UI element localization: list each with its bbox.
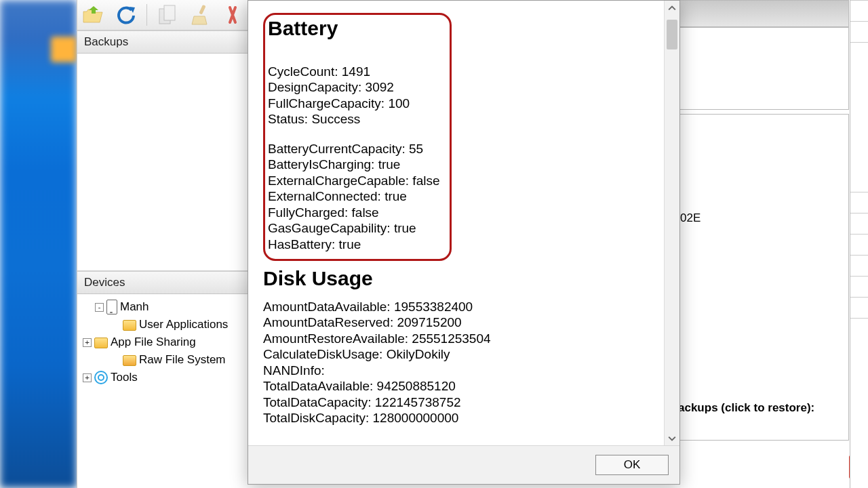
info-row: CycleCount: 1491 bbox=[268, 64, 443, 80]
info-row: GasGaugeCapability: true bbox=[268, 220, 443, 237]
device-label: Manh bbox=[120, 298, 149, 316]
delete-icon bbox=[228, 5, 237, 25]
scroll-down-button[interactable] bbox=[665, 431, 679, 446]
info-row: Status: Success bbox=[268, 111, 443, 127]
app-left-column: Backups Devices - Manh User Applications… bbox=[77, 0, 248, 488]
disk-heading: Disk Usage bbox=[263, 270, 652, 287]
scroll-up-button[interactable] bbox=[665, 1, 679, 16]
open-folder-button[interactable] bbox=[81, 3, 104, 26]
device-info-dialog: × Battery CycleCount: 1491DesignCapacity… bbox=[248, 0, 680, 485]
background-window: 02E ackups (click to restore): bbox=[678, 0, 854, 488]
backups-header: Backups bbox=[77, 30, 248, 54]
expand-icon[interactable]: + bbox=[83, 338, 92, 347]
folder-icon bbox=[94, 338, 108, 348]
info-row: TotalDiskCapacity: 128000000000 bbox=[263, 410, 652, 426]
collapse-icon[interactable]: - bbox=[95, 303, 104, 312]
info-row: FullChargeCapacity: 100 bbox=[268, 96, 443, 112]
info-row: AmountDataAvailable: 19553382400 bbox=[263, 299, 652, 315]
tree-label: User Applications bbox=[139, 316, 228, 333]
info-row: AmountDataReserved: 209715200 bbox=[263, 314, 652, 331]
phone-icon bbox=[106, 300, 117, 314]
dialog-footer: OK bbox=[248, 445, 679, 484]
vertical-scrollbar[interactable] bbox=[664, 1, 679, 446]
serial-fragment: 02E bbox=[680, 211, 701, 225]
tree-node-tools[interactable]: + Tools bbox=[71, 369, 245, 386]
svg-rect-1 bbox=[164, 5, 175, 20]
tree-node-user-apps[interactable]: User Applications bbox=[83, 316, 245, 333]
ok-button[interactable]: OK bbox=[595, 455, 669, 475]
info-row: ExternalConnected: true bbox=[268, 188, 443, 205]
tree-label: Tools bbox=[111, 369, 138, 386]
info-row: BatteryCurrentCapacity: 55 bbox=[268, 141, 443, 157]
folder-icon bbox=[123, 320, 136, 331]
tree-node-app-file-sharing[interactable]: + App File Sharing bbox=[71, 333, 245, 351]
devices-panel: - Manh User Applications + App File Shar… bbox=[77, 294, 248, 488]
refresh-button[interactable] bbox=[114, 3, 137, 26]
folder-icon bbox=[123, 355, 136, 366]
background-window-2 bbox=[850, 0, 868, 488]
info-row: FullyCharged: false bbox=[268, 205, 443, 221]
brush-icon bbox=[190, 4, 210, 26]
delete-button[interactable] bbox=[221, 3, 244, 26]
backups-panel bbox=[77, 54, 248, 271]
backups-hint: ackups (click to restore): bbox=[678, 401, 814, 415]
scrollbar-thumb[interactable] bbox=[667, 20, 677, 49]
dialog-content: Battery CycleCount: 1491DesignCapacity: … bbox=[248, 1, 665, 446]
info-row: BatteryIsCharging: true bbox=[268, 157, 443, 173]
tree-label: Raw File System bbox=[139, 351, 226, 369]
info-row: TotalDataAvailable: 94250885120 bbox=[263, 378, 652, 394]
info-row: ExternalChargeCapable: false bbox=[268, 173, 443, 189]
info-row: AmountRestoreAvailable: 25551253504 bbox=[263, 331, 652, 347]
toolbar bbox=[77, 0, 248, 30]
copy-button[interactable] bbox=[157, 3, 180, 26]
tree-node-raw-fs[interactable]: Raw File System bbox=[83, 351, 245, 369]
copy-icon bbox=[158, 5, 177, 25]
clean-button[interactable] bbox=[189, 3, 212, 26]
battery-highlight-box: Battery CycleCount: 1491DesignCapacity: … bbox=[263, 13, 452, 261]
chevron-up-icon bbox=[668, 4, 676, 12]
info-row: TotalDataCapacity: 122145738752 bbox=[263, 394, 652, 411]
desktop-icon bbox=[51, 37, 77, 62]
battery-heading: Battery bbox=[268, 20, 443, 37]
desktop-blur bbox=[0, 0, 77, 488]
info-row: HasBattery: true bbox=[268, 237, 443, 253]
device-tree: - Manh User Applications + App File Shar… bbox=[77, 294, 248, 394]
devices-header: Devices bbox=[77, 271, 248, 294]
open-folder-icon bbox=[82, 5, 104, 24]
tree-label: App File Sharing bbox=[111, 333, 196, 351]
gear-icon bbox=[94, 371, 108, 384]
info-row: CalculateDiskUsage: OkilyDokily bbox=[263, 346, 652, 363]
toolbar-separator bbox=[146, 4, 147, 26]
expand-icon[interactable]: + bbox=[83, 373, 92, 382]
info-row: NANDInfo: bbox=[263, 363, 652, 379]
tree-node-device[interactable]: - Manh bbox=[83, 298, 245, 316]
info-row: DesignCapacity: 3092 bbox=[268, 79, 443, 96]
chevron-down-icon bbox=[668, 434, 676, 443]
refresh-icon bbox=[115, 5, 136, 25]
svg-rect-2 bbox=[199, 5, 206, 15]
